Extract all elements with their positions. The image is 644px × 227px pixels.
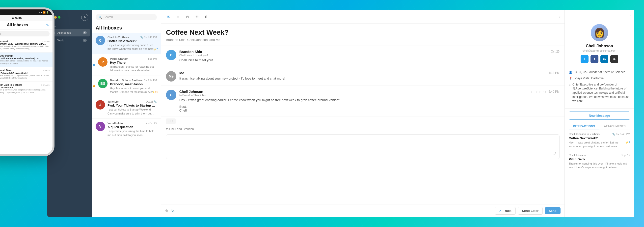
new-message-button[interactable]: New Message xyxy=(569,112,630,120)
social-facebook-btn[interactable]: f xyxy=(590,55,598,63)
thread-message: C Chell Johnson to Brandon Shin & Me ↩ ↩… xyxy=(161,86,564,116)
interaction-subject: Coffee Next Week? xyxy=(569,136,630,140)
phone-compose-icon[interactable]: ✎ xyxy=(46,23,49,27)
email-sender: Julie Lim xyxy=(108,100,120,103)
tab-attachments[interactable]: ATTACHMENTS xyxy=(600,123,630,130)
email-item-body: Varadh Jain 4 · Oct 25 A quick question … xyxy=(108,122,157,137)
sidebar-item-all-inboxes[interactable]: ▤ All Inboxes 6 xyxy=(48,29,90,36)
phone-item-preview: Oh wow :) So this is what people have be… xyxy=(0,89,50,94)
toolbar-arrow-icon[interactable]: › xyxy=(559,14,560,18)
attach-icon: 📎 xyxy=(140,36,143,39)
phone-list: M Mattermark 5:44 PM Mattermark Daily - … xyxy=(0,38,52,96)
msg-reply-all-icon[interactable]: ↩↩ xyxy=(536,90,542,94)
email-item-body: Chell to 2 others 📎3 · 5:40 PM Coffee Ne… xyxy=(108,36,157,51)
minimize-dot[interactable] xyxy=(54,16,57,18)
email-time: Oct 25 📎 xyxy=(146,100,157,103)
sidebar-item-work[interactable]: ✉ Work 2 xyxy=(48,37,90,44)
interaction-item[interactable]: Chell Johnson Sept 17 Pitch Deck Thanks … xyxy=(565,151,634,172)
toolbar-target-btn[interactable]: ◎ xyxy=(193,13,201,20)
work-badge: 2 xyxy=(83,39,87,42)
thread-toolbar: ✉ ≡ ◷ ◎ 🗑 › xyxy=(161,10,564,24)
email-list: 🔍 Search All Inboxes C Chell to 2 others… xyxy=(92,10,161,217)
phone-status-icons: ▲ ✦ 📶 🔋 xyxy=(38,12,48,14)
email-list-item[interactable]: P Paula Graham 4:15 PM Hey There! Hi Bra… xyxy=(92,54,161,76)
email-avatar: BS xyxy=(98,79,108,88)
msg-text: Chell, nice to meet you! xyxy=(179,58,560,63)
location-icon: 📍 xyxy=(569,77,573,80)
interaction-time: Sept 17 xyxy=(621,154,630,156)
contact-profile: 👩 Chell Johnson chell@aperturescience.co… xyxy=(565,20,634,67)
contact-name: Chell Johnson xyxy=(586,44,613,48)
phone-list-item[interactable]: M Mattermark 5:44 PM Mattermark Daily - … xyxy=(0,38,52,52)
toolbar-email-btn[interactable]: ✉ xyxy=(165,13,172,20)
social-other-btn[interactable]: ❧ xyxy=(610,55,618,63)
thread-dots[interactable]: • • • xyxy=(166,118,176,124)
unread-dot xyxy=(93,85,95,87)
thread-message: Me Me 4:12 PM It was nice talking about … xyxy=(161,67,564,86)
tab-interactions[interactable]: INTERACTIONS xyxy=(569,123,600,130)
email-item-body: Paula Graham 4:15 PM Hey There! Hi Brand… xyxy=(110,57,157,72)
email-preview: Hi Brandon - thanks for reaching out! I'… xyxy=(110,65,157,72)
email-subject: Hey There! xyxy=(110,61,157,64)
phone-item-preview: Welcome to Polymail! Congratulations, yo… xyxy=(0,74,50,80)
email-list-item[interactable]: C Chell to 2 others 📎3 · 5:40 PM Coffee … xyxy=(92,33,161,54)
interaction-subject: Pitch Deck xyxy=(569,157,630,161)
phone-search-text: Search xyxy=(0,32,1,35)
interaction-preview: Thanks for sending this over - I'll take… xyxy=(569,162,630,170)
contact-info: 👤 CEO, Co-Founder at Aperture Science 📍 … xyxy=(565,67,634,108)
bio-icon: ≡ xyxy=(569,83,570,86)
reply-trash-btn[interactable]: 🗑 xyxy=(165,209,168,213)
email-item-body: Brandon Shin to 5 others 3 · 3:14 PM Bra… xyxy=(110,79,157,94)
social-twitter-btn[interactable]: 𝕋 xyxy=(580,55,588,63)
phone-list-item[interactable]: V Varadh Jain to 2 others 2 · Feb 09 Fwd… xyxy=(0,82,52,96)
msg-sender: Chell Johnson xyxy=(179,90,206,94)
contact-panel-arrow[interactable]: › xyxy=(630,14,630,17)
phone-item-subject: Your Polymail iOS Invite Code! xyxy=(0,72,50,74)
send-button[interactable]: Send xyxy=(545,207,560,214)
email-list-item[interactable]: V Varadh Jain 4 · Oct 25 A quick questio… xyxy=(92,119,161,140)
phone-item-preview: Hi Brandon, Since I scheduled this for y… xyxy=(0,60,50,65)
phone-item-sender: Polymail Team xyxy=(0,69,12,72)
reply-box[interactable]: ⤢ xyxy=(166,134,560,159)
msg-signature: Best,Chell xyxy=(179,105,560,112)
contact-title-item: 👤 CEO, Co-Founder at Aperture Science xyxy=(569,70,630,74)
phone-title: All Inboxes xyxy=(0,23,46,27)
msg-reply-icon[interactable]: ↩ xyxy=(530,90,534,94)
social-linkedin-btn[interactable]: in xyxy=(600,55,608,63)
phone-notch: T-Mobile ▲ ✦ 📶 🔋 xyxy=(0,10,52,15)
msg-forward-icon[interactable]: ↪ xyxy=(544,90,546,94)
contact-email: chell@aperturescience.com xyxy=(582,49,616,52)
track-check-icon: ✓ xyxy=(499,209,502,213)
contact-social: 𝕋 f in ❧ xyxy=(580,55,618,63)
interaction-item[interactable]: Chell Johnson to 2 others 📎 3 • 5:40 PM … xyxy=(565,130,634,151)
track-button[interactable]: ✓ Track xyxy=(495,207,516,214)
email-sender: Varadh Jain xyxy=(108,122,123,125)
phone-list-item[interactable]: ✓ ✉ Amy Ingram Confirmation: Brandon, Br… xyxy=(0,52,52,67)
email-subject: Brandon, meet Jason xyxy=(110,82,157,86)
compose-button[interactable]: ✎ xyxy=(81,14,88,21)
reply-to-label: to Chell and Brandon xyxy=(161,126,564,132)
toolbar-trash-btn[interactable]: 🗑 xyxy=(202,13,210,20)
email-list-item[interactable]: BS Brandon Shin to 5 others 3 · 3:14 PM … xyxy=(92,76,161,98)
msg-sender: Me xyxy=(179,71,184,75)
phone-search-bar[interactable]: 🔍 Search xyxy=(0,31,50,36)
reply-attach-btn[interactable]: 📎 xyxy=(170,209,174,213)
send-later-button[interactable]: Send Later xyxy=(518,207,543,214)
search-bar[interactable]: 🔍 Search xyxy=(96,14,157,20)
phone-item-content: Mattermark 5:44 PM Mattermark Daily - We… xyxy=(0,40,50,50)
toolbar-list-btn[interactable]: ≡ xyxy=(174,13,182,20)
maximize-dot[interactable] xyxy=(58,16,60,18)
email-list-item[interactable]: J Julie Lim Oct 25 📎 Fwd: Your Tickets t… xyxy=(92,97,161,119)
email-subject: A quick question xyxy=(108,125,157,129)
phone-item-content: Polymail Team Feb 12 Your Polymail iOS I… xyxy=(0,69,50,80)
attach-meta-icon: 📎 xyxy=(612,133,615,136)
contact-photo: 👩 xyxy=(591,24,608,42)
phone-item-subject: Fwd: Screenshot xyxy=(0,86,50,89)
interaction-preview: Hey - it was great chatting earlier! Let… xyxy=(569,141,624,148)
phone-item-subject: Confirmation: Brandon, Brandon | Ca xyxy=(0,57,50,60)
phone-list-item[interactable]: B Polymail Team Feb 12 Your Polymail iOS… xyxy=(0,67,52,82)
msg-avatar: B xyxy=(166,50,176,60)
msg-sender: Brandon Shin xyxy=(179,50,208,54)
contact-panel-header: › xyxy=(565,10,634,20)
toolbar-clock-btn[interactable]: ◷ xyxy=(184,13,191,20)
